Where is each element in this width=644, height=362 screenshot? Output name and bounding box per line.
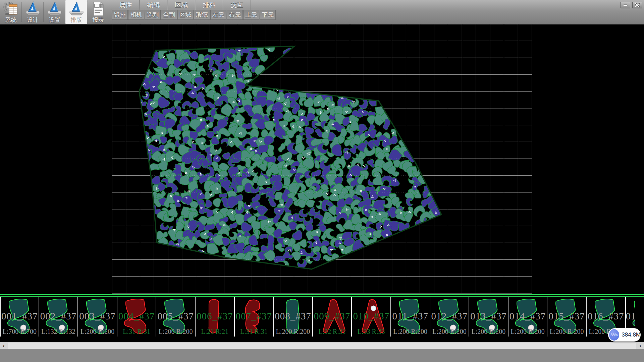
menu-item-4[interactable]: 交互 <box>223 0 251 10</box>
piece-id-label: 012_#37 <box>430 311 469 322</box>
piece-lr-count-label: L:200 R:200 <box>156 328 195 336</box>
ruler-icon <box>47 1 62 17</box>
big-button-label: 排版 <box>71 17 82 23</box>
piece-thumbnail-6[interactable]: 006_#37L:21 R:21 <box>196 297 235 337</box>
piece-id-label: 001_#37 <box>1 311 39 322</box>
action-button-5[interactable]: 瑕疵 <box>194 10 210 20</box>
piece-thumbnail-10[interactable]: 010_#37L:33 R:33 <box>352 297 391 337</box>
piece-lr-count-label: L:200 R:200 <box>391 328 430 336</box>
piece-id-label: 007_#37 <box>235 311 273 322</box>
piece-id-label: 011_#37 <box>391 311 430 322</box>
big-button-4[interactable]: 报表 <box>87 0 109 24</box>
minimize-button[interactable] <box>621 2 630 8</box>
piece-thumbnail-5[interactable]: 005_#37L:200 R:200 <box>156 297 196 337</box>
scroll-left-arrow-icon[interactable]: ‹ <box>0 342 7 349</box>
menu-row: 属性编辑区域排料交互 <box>112 0 251 10</box>
ruler-icon <box>25 1 41 17</box>
toolbar: 系统设计设置排版报表 属性编辑区域排料交互 聚排相机选割全割区域瑕疵左靠右靠上靠… <box>0 0 644 24</box>
piece-id-label: 017_#37 <box>626 311 635 322</box>
thumbnail-cells: 001_#37L:700 R:700002_#37L:132 R:132003_… <box>0 297 644 337</box>
report-icon <box>91 1 106 17</box>
piece-thumbnail-15[interactable]: 015_#37L:200 R:200 <box>547 297 587 337</box>
app-window: 系统设计设置排版报表 属性编辑区域排料交互 聚排相机选割全割区域瑕疵左靠右靠上靠… <box>0 0 644 362</box>
big-button-3[interactable]: 排版 <box>65 0 87 24</box>
piece-lr-count-label: L:200 R:200 <box>430 328 469 336</box>
piece-thumbnail-12[interactable]: 012_#37L:200 R:200 <box>430 297 470 337</box>
piece-id-label: 004_#37 <box>117 311 156 322</box>
piece-thumbnail-13[interactable]: 013_#37L:200 R:200 <box>469 297 508 337</box>
menu-item-0[interactable]: 属性 <box>112 0 140 10</box>
piece-id-label: 003_#37 <box>78 311 117 322</box>
gear-table-icon <box>3 1 19 17</box>
action-button-0[interactable]: 聚排 <box>112 10 128 20</box>
piece-thumbnail-14[interactable]: 014_#37L:200 R:200 <box>508 297 548 337</box>
window-controls <box>621 2 642 8</box>
window-bottom-bar <box>0 349 644 362</box>
action-button-7[interactable]: 右靠 <box>227 10 243 20</box>
piece-id-label: 014_#37 <box>508 311 547 322</box>
piece-thumbnail-3[interactable]: 003_#37L:200 R:200 <box>78 297 117 337</box>
piece-lr-count-label: L:31 R:31 <box>235 328 273 336</box>
piece-thumbnail-9[interactable]: 009_#37L:32 R:31 <box>313 297 352 337</box>
big-button-2[interactable]: 设置 <box>44 0 65 24</box>
scroll-right-arrow-icon[interactable]: › <box>637 342 644 349</box>
action-button-4[interactable]: 区域 <box>177 10 194 20</box>
menu-item-3[interactable]: 排料 <box>195 0 223 10</box>
ruler-icon <box>69 1 84 17</box>
piece-lr-count-label: L:32 R:31 <box>313 328 352 336</box>
horizontal-scrollbar[interactable]: ‹ › <box>0 342 644 349</box>
big-button-label: 设计 <box>27 17 39 23</box>
piece-lr-count-label: L:132 R:132 <box>39 328 78 336</box>
piece-id-label: 015_#37 <box>547 311 586 322</box>
big-button-0[interactable]: 系统 <box>0 0 22 24</box>
piece-id-label: 016_#37 <box>587 311 625 322</box>
menu-item-1[interactable]: 编辑 <box>140 0 167 10</box>
piece-lr-count-label: L:700 R:700 <box>1 328 39 336</box>
piece-thumbnail-strip: 001_#37L:700 R:700002_#37L:132 R:132003_… <box>0 294 644 339</box>
piece-id-label: 002_#37 <box>39 311 78 322</box>
piece-lr-count-label: L:200 R:200 <box>469 328 508 336</box>
piece-id-label: 006_#37 <box>196 311 234 322</box>
piece-lr-count-label: L:31 R:31 <box>117 328 156 336</box>
menu-item-2[interactable]: 区域 <box>167 0 195 10</box>
memory-usage-label: 384.8M <box>622 331 641 338</box>
action-row: 聚排相机选割全割区域瑕疵左靠右靠上靠下靠 <box>112 10 276 20</box>
piece-id-label: 008_#37 <box>274 311 312 322</box>
action-button-2[interactable]: 选割 <box>145 10 161 20</box>
scrollbar-thumb[interactable] <box>8 343 636 349</box>
piece-id-label: 009_#37 <box>313 311 352 322</box>
piece-thumbnail-2[interactable]: 002_#37L:132 R:132 <box>39 297 78 337</box>
big-button-label: 系统 <box>5 17 17 23</box>
piece-lr-count-label: L:200 R:200 <box>274 328 312 336</box>
action-button-1[interactable]: 相机 <box>128 10 144 20</box>
progress-percent-badge: 38% <box>609 329 619 341</box>
piece-id-label: 010_#37 <box>352 311 390 322</box>
piece-thumbnail-11[interactable]: 011_#37L:200 R:200 <box>391 297 430 337</box>
piece-lr-count-label: L:200 R:200 <box>78 328 117 336</box>
piece-lr-count-label: L:200 R:200 <box>547 328 586 336</box>
big-buttons: 系统设计设置排版报表 <box>0 0 109 24</box>
piece-thumbnail-4[interactable]: 004_#37L:31 R:31 <box>117 297 157 337</box>
piece-lr-count-label: L:21 R:21 <box>196 328 234 336</box>
minimize-icon <box>623 3 628 7</box>
big-button-1[interactable]: 设计 <box>22 0 44 24</box>
close-button[interactable] <box>632 2 642 8</box>
piece-thumbnail-1[interactable]: 001_#37L:700 R:700 <box>0 297 39 337</box>
memory-status-pill: 38% 384.8M <box>608 328 641 342</box>
piece-id-label: 013_#37 <box>469 311 508 322</box>
action-button-3[interactable]: 全割 <box>161 10 177 20</box>
action-button-9[interactable]: 下靠 <box>260 10 276 20</box>
big-button-label: 设置 <box>49 17 60 23</box>
action-button-6[interactable]: 左靠 <box>210 10 226 20</box>
action-button-8[interactable]: 上靠 <box>243 10 259 20</box>
big-button-label: 报表 <box>93 17 104 23</box>
piece-thumbnail-7[interactable]: 007_#37L:31 R:31 <box>235 297 274 337</box>
strip-border-line <box>0 296 644 297</box>
piece-lr-count-label: L:33 R:33 <box>352 328 390 336</box>
piece-lr-count-label: L:200 R:200 <box>508 328 547 336</box>
strip-border-line <box>0 294 644 295</box>
piece-thumbnail-8[interactable]: 008_#37L:200 R:200 <box>274 297 313 337</box>
piece-id-label: 005_#37 <box>156 311 195 322</box>
close-icon <box>635 3 640 7</box>
